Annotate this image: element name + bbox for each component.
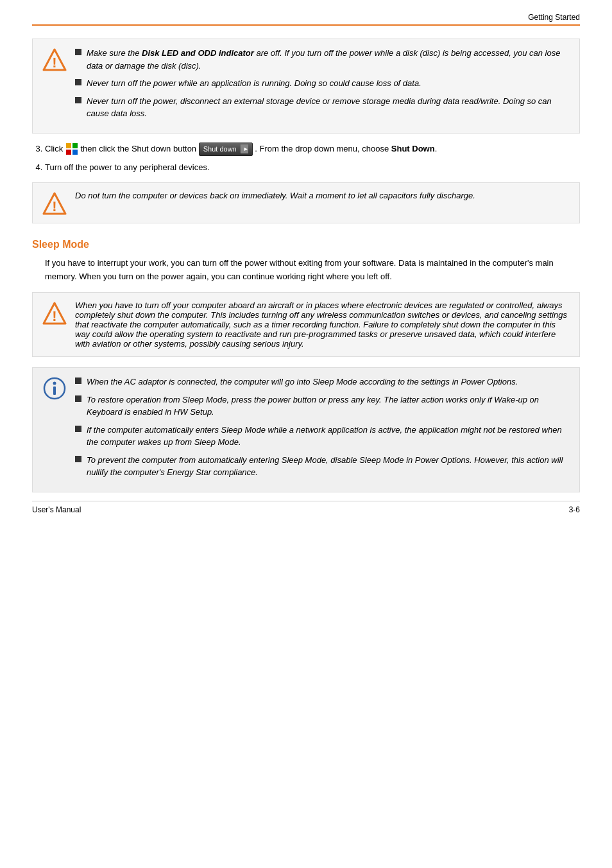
svg-text:!: ! bbox=[52, 198, 56, 214]
sleep-mode-heading: Sleep Mode bbox=[32, 239, 580, 250]
sleep-mode-body: If you have to interrupt your work, you … bbox=[45, 257, 580, 284]
start-icon bbox=[65, 143, 78, 155]
info-text-ac: When the AC adaptor is connected, the co… bbox=[87, 376, 518, 388]
bullet-text-never-app: Never turn off the power while an applic… bbox=[87, 77, 421, 90]
sleep-mode-text: If you have to interrupt your work, you … bbox=[45, 257, 580, 284]
warning-box-1-content: Make sure the Disk LED and ODD indicator… bbox=[75, 47, 570, 125]
svg-point-11 bbox=[53, 382, 56, 385]
info-icon-area bbox=[42, 376, 67, 400]
page-container: Getting Started ! Make sure the Disk LED… bbox=[0, 0, 612, 527]
shutdown-btn-label: Shut down bbox=[203, 144, 237, 155]
step3-click-label: Click bbox=[45, 144, 63, 153]
warning-box-aircraft: ! When you have to turn off your compute… bbox=[32, 292, 580, 357]
info-text-restore: To restore operation from Sleep Mode, pr… bbox=[87, 394, 570, 419]
svg-rect-2 bbox=[66, 143, 71, 148]
shutdown-btn-arrow: ► bbox=[241, 144, 248, 153]
warning-icon-area-3: ! bbox=[42, 300, 67, 325]
info-text-network: If the computer automatically enters Sle… bbox=[87, 424, 570, 449]
windows-start-icon bbox=[66, 143, 78, 155]
bullet-item-disk-led: Make sure the Disk LED and ODD indicator… bbox=[75, 47, 570, 72]
header-title: Getting Started bbox=[528, 13, 580, 22]
step-4: Turn off the power to any peripheral dev… bbox=[45, 161, 580, 175]
info-box-sleep: When the AC adaptor is connected, the co… bbox=[32, 367, 580, 492]
warning-aircraft-text: When you have to turn off your computer … bbox=[75, 300, 570, 349]
bullet-item-never-disconnect: Never turn off the power, disconnect an … bbox=[75, 95, 570, 120]
bullet-square-i2 bbox=[75, 395, 81, 402]
numbered-steps: Click then click the Shut down button Sh… bbox=[45, 143, 580, 175]
warning-triangle-icon-3: ! bbox=[42, 302, 67, 325]
svg-text:!: ! bbox=[52, 55, 56, 71]
step-3: Click then click the Shut down button Sh… bbox=[45, 143, 580, 157]
warning-box-2-content: Do not turn the computer or devices back… bbox=[75, 191, 570, 200]
shutdown-button-visual: Shut down ► bbox=[199, 143, 253, 157]
info-bullet-restore: To restore operation from Sleep Mode, pr… bbox=[75, 394, 570, 419]
svg-rect-4 bbox=[66, 150, 71, 155]
info-text-prevent: To prevent the computer from automatical… bbox=[87, 454, 570, 479]
bullet-square-i1 bbox=[75, 378, 81, 384]
warning-box-capacitors: ! Do not turn the computer or devices ba… bbox=[32, 182, 580, 223]
svg-text:!: ! bbox=[52, 308, 56, 324]
warning-bullet-list-1: Make sure the Disk LED and ODD indicator… bbox=[75, 47, 570, 120]
step4-text: Turn off the power to any peripheral dev… bbox=[45, 162, 210, 172]
page-header: Getting Started bbox=[32, 13, 580, 26]
info-bullet-network: If the computer automatically enters Sle… bbox=[75, 424, 570, 449]
warning-icon-area-1: ! bbox=[42, 47, 67, 71]
info-box-content: When the AC adaptor is connected, the co… bbox=[75, 376, 570, 484]
bullet-item-never-app: Never turn off the power while an applic… bbox=[75, 77, 570, 90]
warning-capacitors-text: Do not turn the computer or devices back… bbox=[75, 191, 570, 200]
footer-left: User's Manual bbox=[32, 505, 81, 514]
svg-rect-12 bbox=[53, 386, 56, 395]
warning-triangle-icon-2: ! bbox=[42, 192, 67, 215]
warning-icon-area-2: ! bbox=[42, 191, 67, 215]
bullet-square-1 bbox=[75, 49, 81, 55]
info-bullet-ac: When the AC adaptor is connected, the co… bbox=[75, 376, 570, 388]
warning-triangle-icon-1: ! bbox=[42, 48, 67, 71]
bullet-text-never-disconnect: Never turn off the power, disconnect an … bbox=[87, 95, 570, 120]
step3-after-text: . From the drop down menu, choose Shut D… bbox=[255, 144, 437, 153]
page-footer: User's Manual 3-6 bbox=[32, 501, 580, 514]
step3-middle-label: then click the Shut down button bbox=[80, 144, 198, 153]
warning-box-disk-led: ! Make sure the Disk LED and ODD indicat… bbox=[32, 39, 580, 134]
footer-right: 3-6 bbox=[569, 505, 580, 514]
bullet-square-3 bbox=[75, 97, 81, 103]
warning-box-3-content: When you have to turn off your computer … bbox=[75, 300, 570, 349]
bullet-square-2 bbox=[75, 79, 81, 85]
svg-rect-3 bbox=[72, 143, 78, 148]
bullet-text-disk-led: Make sure the Disk LED and ODD indicator… bbox=[87, 47, 570, 72]
info-bullet-prevent: To prevent the computer from automatical… bbox=[75, 454, 570, 479]
info-bullet-list: When the AC adaptor is connected, the co… bbox=[75, 376, 570, 479]
bullet-square-i4 bbox=[75, 456, 81, 462]
bullet-square-i3 bbox=[75, 426, 81, 432]
info-circle-icon bbox=[43, 377, 66, 400]
svg-rect-5 bbox=[72, 150, 78, 155]
